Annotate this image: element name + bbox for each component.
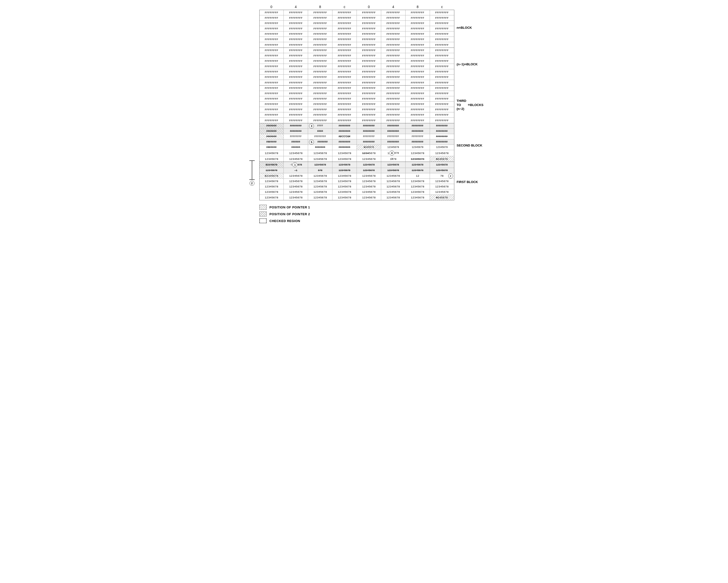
cell: 12345678 [406, 162, 430, 168]
cell: FFFFFFFF [284, 118, 308, 123]
cell: FFFFFFFF [333, 134, 357, 139]
cell: FFFFFFFF [381, 129, 406, 134]
right-labels: nth BLOCK (n−1)th BLOCK THIRD TO (n−2)th… [454, 10, 484, 200]
cell: FFFFFFFF [381, 69, 406, 74]
circle-1: 1 [292, 162, 297, 167]
cell: FFFFFFFF [260, 37, 284, 42]
cell: FFFFFFFF [284, 31, 308, 36]
cell: FFFFFFFF [357, 96, 381, 101]
cell: FFFFFFFF [381, 53, 406, 58]
cell: 12345678 [284, 150, 308, 156]
cell: FFFFFFFF [406, 37, 430, 42]
cell: FFFFFFFF [381, 15, 406, 21]
cell: FFFFFFFF [406, 96, 430, 101]
cell: FFFFFFFF [333, 21, 357, 26]
cell: 12345678 [284, 173, 308, 178]
cell: FFFFFF [284, 139, 308, 144]
cell-hatch1-start: FFFFFFF [260, 123, 284, 128]
table-row: 12345678 12345678 12345678 12345678 1234… [260, 156, 454, 162]
cell: FFFFFFFF [308, 85, 333, 91]
cell: 12345678 [333, 189, 357, 194]
cell: 12345678 [260, 179, 284, 184]
cell: FFFFFFFF [406, 26, 430, 31]
cell: FFFFFFFF [381, 37, 406, 42]
cell: FFFFFFFF [357, 118, 381, 123]
cell: FFFFFFFF [260, 31, 284, 36]
second-block: FFFFFFF FFFFFFFF 3 FFFF FFFFFFFF FFFFFFF… [260, 123, 454, 162]
table-row: FFFFFFFF FFFFFFFF FFFFFFFF FFFFFFFF FFFF… [260, 112, 454, 118]
nth-block-label: nth BLOCK [457, 26, 484, 30]
cell: FFFFFFFF [284, 129, 308, 134]
cell: 12345678 [430, 179, 454, 184]
cell: 12345678 [406, 156, 430, 162]
cell: 3 FFFF [308, 123, 333, 128]
cell: FFFFFFFF [284, 134, 308, 139]
cell: FFFFFFFF [357, 58, 381, 63]
cell: 12345678 [381, 184, 406, 189]
cell: FFFFFFFF [284, 10, 308, 15]
cell: FFFFFFFF [260, 48, 284, 53]
cell: 12345678 [333, 179, 357, 184]
cell: FFFFFFFF [333, 85, 357, 91]
grid-container: FFFFFFFF FFFFFFFF FFFFFFFF FFFFFFFF FFFF… [259, 10, 454, 200]
col-header-0a: 0 [259, 5, 284, 9]
cell: FFFFFFFF [308, 15, 333, 21]
cell: FFFFFFFF [381, 91, 406, 96]
cell: FFFFFFFF [381, 48, 406, 53]
cell: 12345678 [260, 168, 284, 173]
cell: FFFFFFFF [430, 42, 454, 48]
pointer1-icon [259, 205, 267, 210]
cell: FFFFFFFF [333, 26, 357, 31]
table-row: FFFFFFFF FFFFFFFF FFFFFFFF FFFFFFFF FFFF… [260, 80, 454, 85]
table-row: FFFFFFFF FFFFFFFF FFFFFFFF FFFFFFFF FFFF… [260, 21, 454, 26]
column-headers: 0 4 8 c 0 4 8 c [259, 5, 454, 9]
col-header-0b: 0 [357, 5, 381, 9]
col-header-8b: 8 [406, 5, 430, 9]
cell: FFFFFFFF [260, 96, 284, 101]
left-margin: 2 [245, 10, 259, 200]
cell: FFFFFFFF [308, 58, 333, 63]
cell: 12345678 [406, 145, 430, 150]
cell: FRFFFFF [260, 145, 284, 150]
cell: 12345678 [260, 195, 284, 200]
table-row: 12345678 12345678 12345678 12345678 1234… [260, 189, 454, 195]
cell: FFFFFFFF [406, 112, 430, 117]
cell: FFFFFFFF [308, 96, 333, 101]
table-row: FFFFFFFF FFFFFFFF FFFFFFFF FFFFFFFF FFFF… [260, 91, 454, 96]
cell: FFFFFFF [260, 134, 284, 139]
cell: FFFFFFFF [333, 91, 357, 96]
cell: FFFFFFFF [333, 48, 357, 53]
table-row: 12345678 12345678 12345678 12345678 1234… [260, 195, 454, 200]
cell: FFFFFFFF [308, 26, 333, 31]
cell: FFFFFFFF [333, 123, 357, 128]
cell: FFFFFFFF [430, 75, 454, 80]
cell: FFFFFFFF [284, 48, 308, 53]
cell: FFFFFFFF [260, 26, 284, 31]
cell: FFFFFFFF [357, 85, 381, 91]
main-layout: 2 FFFFFFFF FFFFFFFF FFFFFFFF FFFFFFFF FF… [245, 10, 484, 200]
middle-block-label: THIRD TO (n−2)th BLOCKS [457, 99, 484, 111]
cell: 12345678 [308, 179, 333, 184]
cell: FFFFFFFF [406, 64, 430, 69]
cell: FFFFFFFF [333, 102, 357, 107]
cell: FFFFFFFF [260, 102, 284, 107]
cell: FFFFFFFF [284, 64, 308, 69]
table-row: FFFFFFFF FFFFFFFF FFFFFFFF FFFFFFFF FFFF… [260, 118, 454, 123]
table-row: FRFFFFF FFFFFF FFFFFFF FFFFFFFF N345678 … [260, 145, 454, 150]
table-row: FFFFFFFF FFFFFFFF FFFFFFFF FFFFFFFF FFFF… [260, 75, 454, 80]
cell: FFFFFFFF [308, 91, 333, 96]
cell: 12345678 [406, 195, 430, 200]
cell: FFFFFFFF [357, 42, 381, 48]
cell: FFFFFFFF [357, 53, 381, 58]
cell: FFFFFFFF [333, 118, 357, 123]
table-row: FFFFFFFF FFFFFFFF FFFFFFFF FFFFFFFF FFFF… [260, 31, 454, 37]
cell: FFFFFFFF [308, 134, 333, 139]
table-row: FFFFFFFF FFFFFFFF FFFFFFFF FFFFFFFF FFFF… [260, 10, 454, 15]
cell: 12345678 [430, 162, 454, 168]
cell: FFFFFFFF [284, 42, 308, 48]
cell: 14 678 [381, 150, 406, 156]
cell: FFFFFFFF [284, 80, 308, 85]
cell: FFFFFFFF [430, 129, 454, 134]
cell: 12345678 [260, 189, 284, 194]
cell: FFFFFFFF [357, 69, 381, 74]
